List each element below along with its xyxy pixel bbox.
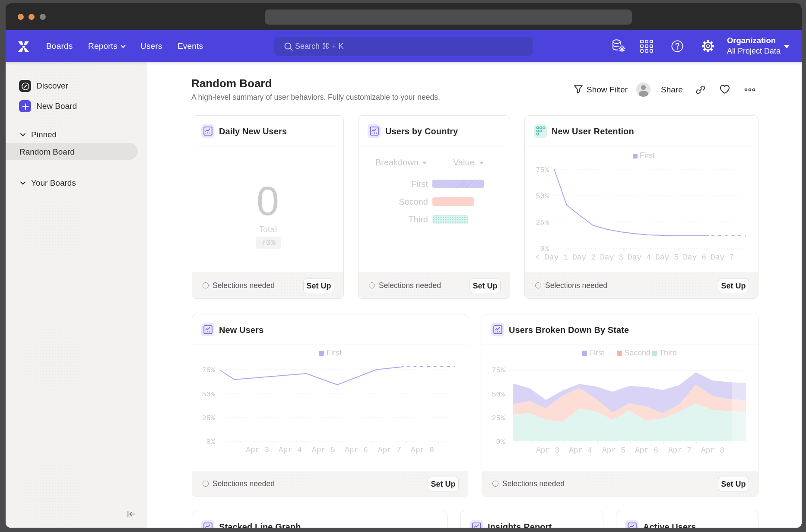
svg-text:Day 5: Day 5	[655, 253, 679, 262]
svg-text:0%: 0%	[206, 438, 216, 446]
svg-text:Day 7: Day 7	[711, 253, 734, 262]
svg-text:Apr 4: Apr 4	[279, 446, 302, 454]
svg-text:First: First	[589, 348, 604, 357]
svg-text:25%: 25%	[202, 414, 215, 422]
svg-text:Second: Second	[624, 348, 651, 357]
svg-text:Apr 6: Apr 6	[345, 446, 368, 454]
svg-text:Apr 5: Apr 5	[602, 446, 625, 455]
svg-text:0%: 0%	[540, 245, 549, 253]
svg-text:Apr 8: Apr 8	[701, 446, 724, 455]
svg-text:First: First	[327, 348, 342, 357]
svg-text:Apr 6: Apr 6	[635, 446, 658, 455]
svg-text:Apr 4: Apr 4	[569, 446, 592, 455]
svg-text:75%: 75%	[202, 366, 215, 374]
svg-text:75%: 75%	[536, 166, 549, 174]
svg-text:<: <	[535, 253, 540, 262]
svg-text:Day 1: Day 1	[545, 253, 568, 262]
svg-text:Day 6: Day 6	[683, 253, 706, 262]
svg-text:0%: 0%	[496, 438, 505, 446]
svg-text:Apr 8: Apr 8	[411, 446, 434, 454]
svg-text:Apr 5: Apr 5	[312, 446, 335, 454]
svg-text:Day 2: Day 2	[572, 253, 596, 262]
svg-text:Apr 7: Apr 7	[668, 446, 692, 455]
svg-text:25%: 25%	[492, 414, 505, 422]
svg-text:Apr 7: Apr 7	[378, 446, 401, 454]
svg-text:75%: 75%	[492, 366, 505, 374]
svg-text:Day 4: Day 4	[628, 253, 651, 262]
svg-text:First: First	[640, 151, 655, 160]
svg-text:Day 3: Day 3	[600, 253, 623, 262]
svg-text:50%: 50%	[202, 390, 215, 399]
svg-text:25%: 25%	[536, 218, 549, 227]
svg-text:Apr 3: Apr 3	[536, 446, 559, 455]
svg-text:50%: 50%	[492, 390, 505, 399]
svg-text:Third: Third	[659, 348, 677, 357]
svg-text:Apr 3: Apr 3	[246, 446, 269, 454]
svg-text:50%: 50%	[536, 192, 549, 200]
